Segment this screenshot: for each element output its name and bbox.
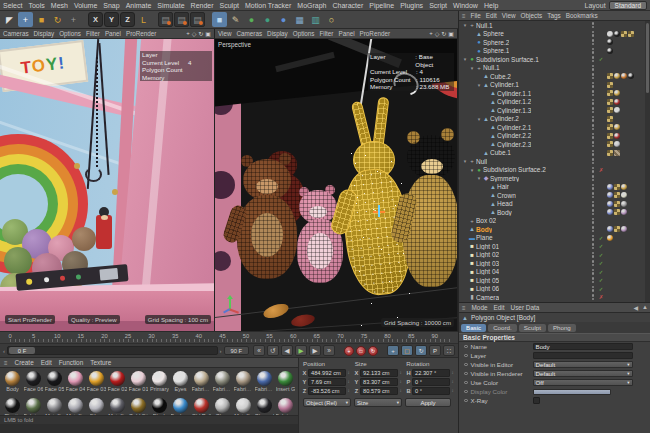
menu-volume[interactable]: Volume (71, 2, 100, 9)
record-keyframes-button[interactable]: + (344, 346, 354, 356)
viewport-perspective[interactable]: ViewCamerasDisplayOptionsFilterPanelProR… (215, 29, 458, 331)
viewport-left-canvas[interactable]: TOY! (0, 39, 214, 331)
visibility-dots[interactable] (589, 277, 597, 283)
timeline-slider[interactable]: 0 F (7, 346, 218, 355)
array-tool-icon[interactable]: ▦ (292, 12, 307, 27)
tree-item-light-06-31[interactable]: ■Light 06✓ (459, 285, 650, 294)
field-use-color-dropdown[interactable]: Off▾ (533, 379, 633, 386)
key-point-level-toggle[interactable]: ∷ (443, 345, 455, 356)
visibility-dots[interactable] (589, 235, 597, 241)
material-fabric-g-11[interactable]: Fabric G (233, 369, 254, 396)
enabled-check-icon[interactable]: ✓ (597, 260, 605, 266)
visibility-dots[interactable] (589, 226, 597, 232)
viewport-menu-view[interactable]: View (218, 30, 232, 37)
visibility-dots[interactable] (589, 218, 597, 224)
model-mode-icon[interactable]: ■ (212, 12, 227, 27)
render-view-icon[interactable]: ▤ (158, 12, 173, 27)
tab-basic[interactable]: Basic (461, 324, 486, 332)
key-scale-toggle[interactable]: ▢ (401, 345, 413, 356)
size-y-field[interactable]: 83.307 cm (360, 378, 398, 386)
tree-item-head-21[interactable]: ▲Head (459, 200, 650, 209)
tab-sculpt[interactable]: Sculpt (519, 324, 546, 332)
viewport-menu-display[interactable]: Display (267, 30, 288, 37)
material-tag-icon[interactable] (614, 133, 620, 139)
texture-tag-icon[interactable] (607, 107, 613, 113)
material-tag-icon[interactable] (607, 192, 613, 198)
material-tag-icon[interactable] (607, 184, 613, 190)
om-menu-tags[interactable]: Tags (547, 12, 561, 19)
om-menu-objects[interactable]: Objects (521, 12, 543, 19)
disabled-cross-icon[interactable]: ✗ (597, 167, 605, 173)
texture-tag-icon[interactable] (607, 82, 613, 88)
timeline-scroll-right-icon[interactable]: › (220, 348, 222, 354)
field-visible-in-editor-dropdown[interactable]: Default▾ (533, 361, 633, 368)
menu-window[interactable]: Window (450, 2, 481, 9)
tab-coord[interactable]: Coord. (488, 324, 517, 332)
viewport-menu-filter[interactable]: Filter (319, 30, 333, 37)
visibility-dots[interactable] (589, 150, 597, 156)
material-tag-icon[interactable] (607, 201, 613, 207)
material-tag-icon[interactable] (621, 73, 627, 79)
material-tag-icon[interactable] (607, 235, 613, 241)
autokeying-button[interactable]: □ (356, 346, 366, 356)
viewport-menu-options[interactable]: Options (59, 30, 81, 37)
enabled-check-icon[interactable]: ✓ (597, 252, 605, 258)
visibility-dots[interactable] (589, 99, 597, 105)
key-parameter-toggle[interactable]: P (429, 345, 441, 356)
tree-item-sphere-2-2[interactable]: ●Sphere.2 (459, 38, 650, 47)
am-menu-mode[interactable]: Mode (472, 304, 488, 311)
tree-item-plane-25[interactable]: ▬Plane✓ (459, 234, 650, 243)
visibility-dots[interactable] (589, 116, 597, 122)
select-tool-icon[interactable]: ◤ (2, 12, 17, 27)
viewport-menu-prorender[interactable]: ProRender (126, 30, 156, 37)
scale-view-icon[interactable]: ◇ (192, 30, 197, 37)
attribute-panel-icon[interactable]: ≡ (462, 305, 466, 311)
coordinate-system-icon[interactable]: L (136, 12, 151, 27)
keyframe-dot-icon[interactable] (464, 399, 468, 403)
volume-tool-icon[interactable]: ● (276, 12, 291, 27)
material-tag-icon[interactable] (607, 209, 613, 215)
visibility-dots[interactable] (589, 90, 597, 96)
camera-tool-icon[interactable]: ▥ (308, 12, 323, 27)
texture-tag-icon[interactable] (607, 141, 613, 147)
timeline-ruler[interactable]: 051015202530354045505560657075808590 (0, 331, 458, 343)
texture-tag-icon[interactable] (607, 124, 613, 130)
material-insert-g-13[interactable]: Insert G (275, 369, 296, 396)
apply-button[interactable]: Apply (405, 398, 451, 407)
visibility-dots[interactable] (589, 82, 597, 88)
key-rotation-toggle[interactable]: ↻ (415, 345, 427, 356)
visibility-dots[interactable] (589, 73, 597, 79)
tree-item-subdivision-surface-2-17[interactable]: ▾●Subdivision Surface.2✗ (459, 166, 650, 175)
enabled-check-icon[interactable]: ✓ (597, 56, 605, 62)
enabled-check-icon[interactable]: ✓ (597, 243, 605, 249)
tree-item-null-16[interactable]: ▾+Null (459, 157, 650, 166)
material-tag-icon[interactable] (614, 141, 620, 147)
material-tag-icon[interactable] (614, 73, 620, 79)
visibility-dots[interactable] (589, 31, 597, 37)
object-tree-scrollbar[interactable] (645, 21, 650, 302)
tab-phong[interactable]: Phong (548, 324, 576, 332)
go-to-start-button[interactable]: « (253, 345, 265, 356)
axis-y-icon[interactable]: Y (104, 12, 119, 27)
menu-sculpt[interactable]: Sculpt (217, 2, 242, 9)
keyframe-dot-icon[interactable] (464, 354, 468, 358)
menu-mograph[interactable]: MoGraph (294, 2, 329, 9)
visibility-dots[interactable] (589, 48, 597, 54)
material-fabric-g-10[interactable]: Fabric G (212, 369, 233, 396)
material-panel-icon[interactable]: ≡ (4, 360, 8, 366)
disabled-cross-icon[interactable]: ✗ (597, 294, 605, 300)
texture-tag-icon[interactable] (607, 116, 613, 122)
viewport-center-canvas[interactable]: Perspective Layer: Base Object Current L… (215, 39, 457, 331)
render-queue-icon[interactable]: ▤ (190, 12, 205, 27)
simulate-tool-icon[interactable]: ● (260, 12, 275, 27)
visibility-dots[interactable] (589, 39, 597, 45)
keyframe-dot-icon[interactable] (464, 372, 468, 376)
lock-icon[interactable]: ▲ (642, 304, 648, 311)
viewport-menu-cameras[interactable]: Cameras (3, 30, 29, 37)
material-face-01-6[interactable]: Face 01 (128, 369, 149, 396)
menu-script[interactable]: Script (426, 2, 450, 9)
material-tag-icon[interactable] (621, 209, 627, 215)
menu-help[interactable]: Help (481, 2, 501, 9)
visibility-dots[interactable] (589, 133, 597, 139)
timeline-scroll-left-icon[interactable]: ‹ (3, 348, 5, 354)
